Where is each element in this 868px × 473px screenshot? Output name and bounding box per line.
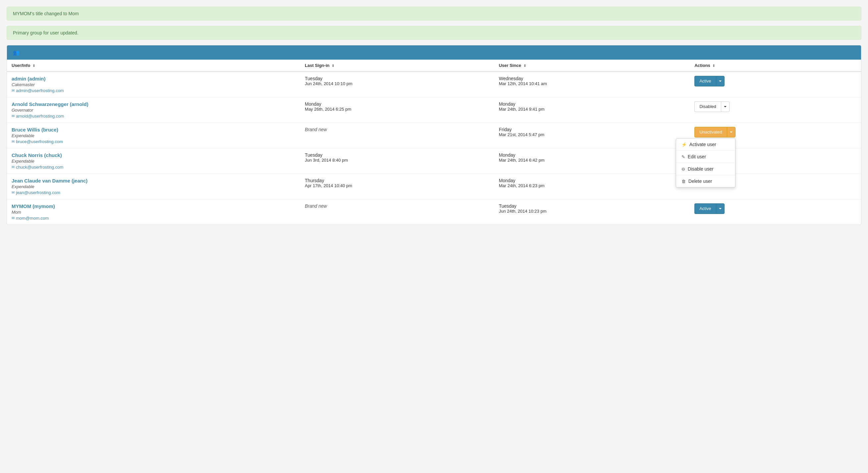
since-day-row-bruce: Friday	[499, 127, 685, 132]
user-title-row-arnold: Governator	[11, 108, 296, 113]
since-day-row-mymom: Tuesday	[499, 203, 685, 209]
user-name-row-jean[interactable]: Jean Claude van Damme (jeanc)	[11, 178, 296, 184]
activate-user-label: Activate user	[689, 142, 716, 147]
user-info-cell-row-admin: admin (admin) Cakemaster ✉ admin@userfro…	[7, 71, 300, 97]
users-table: User/Info ⇕ Last Sign-in ⇕ User Since ⇕ …	[7, 60, 861, 225]
email-icon-row-mymom: ✉	[11, 216, 14, 220]
user-email-row-chuck[interactable]: ✉ chuck@userfrosting.com	[11, 165, 296, 169]
col-user-info[interactable]: User/Info ⇕	[7, 60, 300, 71]
status-btn-row-admin[interactable]: Active	[694, 76, 716, 87]
status-btn-row-bruce[interactable]: Unactivated	[694, 127, 727, 137]
last-signin-cell-row-arnold: Monday May 26th, 2014 6:25 pm	[300, 97, 494, 123]
signin-date-row-arnold: May 26th, 2014 6:25 pm	[305, 107, 490, 112]
since-day-row-admin: Wednesday	[499, 76, 685, 81]
since-day-row-jean: Monday	[499, 178, 685, 183]
edit-icon: ✎	[681, 154, 685, 159]
user-email-row-arnold[interactable]: ✉ arnold@userfrosting.com	[11, 114, 296, 119]
user-email-row-bruce[interactable]: ✉ bruce@userfrosting.com	[11, 139, 296, 144]
since-date-row-bruce: Mar 21st, 2014 5:47 pm	[499, 132, 685, 137]
caret-icon-row-bruce	[730, 131, 733, 133]
panel-body: User/Info ⇕ Last Sign-in ⇕ User Since ⇕ …	[7, 60, 861, 225]
col-last-signin-label: Last Sign-in	[305, 63, 329, 68]
col-actions[interactable]: Actions ⇕	[690, 60, 861, 71]
col-user-info-label: User/Info	[11, 63, 30, 68]
user-name-row-admin[interactable]: admin (admin)	[11, 76, 296, 82]
caret-icon-row-admin	[719, 81, 721, 82]
delete-user-label: Delete user	[688, 179, 712, 184]
activate-icon: ⚡	[681, 142, 687, 147]
brand-new-row-bruce: Brand new	[305, 127, 327, 132]
status-btn-row-mymom[interactable]: Active	[694, 203, 716, 214]
col-user-since-sort-icon: ⇕	[523, 64, 526, 68]
table-row: Bruce Willis (bruce) Expendable ✉ bruce@…	[7, 123, 861, 148]
since-date-row-arnold: Mar 24th, 2014 9:41 pm	[499, 107, 685, 112]
activate-user-item[interactable]: ⚡ Activate user	[676, 138, 735, 151]
dropdown-toggle-row-bruce[interactable]	[727, 127, 736, 137]
delete-user-item[interactable]: 🗑 Delete user	[676, 175, 735, 187]
signin-day-row-chuck: Tuesday	[305, 152, 490, 158]
user-title-row-mymom: Mom	[11, 210, 296, 215]
signin-day-row-jean: Thursday	[305, 178, 490, 183]
btn-group-row-admin: Active	[694, 76, 724, 87]
col-actions-label: Actions	[694, 63, 710, 68]
user-title-row-bruce: Expendable	[11, 133, 296, 138]
alerts-container: MYMOM's title changed to MomPrimary grou…	[7, 7, 861, 40]
user-email-row-mymom[interactable]: ✉ mom@mom.com	[11, 216, 296, 221]
disable-user-item[interactable]: ⊖ Disable user	[676, 163, 735, 175]
edit-user-item[interactable]: ✎ Edit user	[676, 151, 735, 163]
btn-group-row-mymom: Active	[694, 203, 724, 214]
btn-group-row-bruce: Unactivated ⚡ Activate user ✎ Edit user …	[694, 127, 736, 137]
user-title-row-chuck: Expendable	[11, 159, 296, 164]
user-name-row-chuck[interactable]: Chuck Norris (chuck)	[11, 152, 296, 158]
disable-icon: ⊖	[681, 167, 685, 171]
user-name-row-bruce[interactable]: Bruce Willis (bruce)	[11, 127, 296, 132]
col-last-signin-sort-icon: ⇕	[332, 64, 334, 68]
actions-cell-row-admin: Active	[690, 71, 861, 97]
col-user-info-sort-icon: ⇕	[32, 64, 35, 68]
user-title-row-jean: Expendable	[11, 184, 296, 189]
disable-user-label: Disable user	[688, 166, 714, 171]
user-info-cell-row-jean: Jean Claude van Damme (jeanc) Expendable…	[7, 174, 300, 199]
since-date-row-admin: Mar 12th, 2014 10:41 am	[499, 81, 685, 86]
since-date-row-mymom: Jun 24th, 2014 10:23 pm	[499, 209, 685, 214]
user-email-row-jean[interactable]: ✉ jean@userfrosting.com	[11, 190, 296, 195]
email-icon-row-bruce: ✉	[11, 139, 14, 144]
user-info-cell-row-arnold: Arnold Schwarzenegger (arnold) Governato…	[7, 97, 300, 123]
dropdown-toggle-row-arnold[interactable]	[721, 101, 730, 112]
panel-heading: 👥	[7, 45, 861, 60]
signin-day-row-arnold: Monday	[305, 101, 490, 107]
email-icon-row-jean: ✉	[11, 190, 14, 195]
col-last-signin[interactable]: Last Sign-in ⇕	[300, 60, 494, 71]
actions-cell-row-bruce: Unactivated ⚡ Activate user ✎ Edit user …	[690, 123, 861, 148]
user-email-row-admin[interactable]: ✉ admin@userfrosting.com	[11, 88, 296, 93]
caret-icon-row-arnold	[724, 106, 726, 107]
signin-date-row-chuck: Jun 3rd, 2014 8:40 pm	[305, 158, 490, 163]
since-day-row-arnold: Monday	[499, 101, 685, 107]
dropdown-toggle-row-mymom[interactable]	[716, 203, 724, 214]
status-btn-row-arnold[interactable]: Disabled	[694, 101, 721, 112]
actions-cell-row-mymom: Active	[690, 199, 861, 225]
user-since-cell-row-jean: Monday Mar 24th, 2014 6:23 pm	[494, 174, 690, 199]
signin-date-row-admin: Jun 24th, 2014 10:10 pm	[305, 81, 490, 86]
user-info-cell-row-bruce: Bruce Willis (bruce) Expendable ✉ bruce@…	[7, 123, 300, 148]
brand-new-row-mymom: Brand new	[305, 203, 327, 209]
dropdown-toggle-row-admin[interactable]	[716, 76, 724, 87]
alert-1: MYMOM's title changed to Mom	[7, 7, 861, 21]
col-user-since[interactable]: User Since ⇕	[494, 60, 690, 71]
caret-icon-row-mymom	[719, 208, 721, 209]
users-panel: 👥 User/Info ⇕ Last Sign-in ⇕ User Since	[7, 45, 861, 225]
user-since-cell-row-mymom: Tuesday Jun 24th, 2014 10:23 pm	[494, 199, 690, 225]
user-title-row-admin: Cakemaster	[11, 82, 296, 87]
table-row: Arnold Schwarzenegger (arnold) Governato…	[7, 97, 861, 123]
delete-icon: 🗑	[681, 179, 686, 184]
since-date-row-chuck: Mar 24th, 2014 6:42 pm	[499, 158, 685, 163]
email-icon-row-admin: ✉	[11, 89, 14, 93]
table-row: MYMOM (mymom) Mom ✉ mom@mom.com Brand ne…	[7, 199, 861, 225]
actions-cell-row-arnold: Disabled	[690, 97, 861, 123]
last-signin-cell-row-jean: Thursday Apr 17th, 2014 10:40 pm	[300, 174, 494, 199]
table-body: admin (admin) Cakemaster ✉ admin@userfro…	[7, 71, 861, 225]
user-name-row-mymom[interactable]: MYMOM (mymom)	[11, 203, 296, 209]
user-name-row-arnold[interactable]: Arnold Schwarzenegger (arnold)	[11, 101, 296, 107]
table-head: User/Info ⇕ Last Sign-in ⇕ User Since ⇕ …	[7, 60, 861, 71]
user-since-cell-row-admin: Wednesday Mar 12th, 2014 10:41 am	[494, 71, 690, 97]
